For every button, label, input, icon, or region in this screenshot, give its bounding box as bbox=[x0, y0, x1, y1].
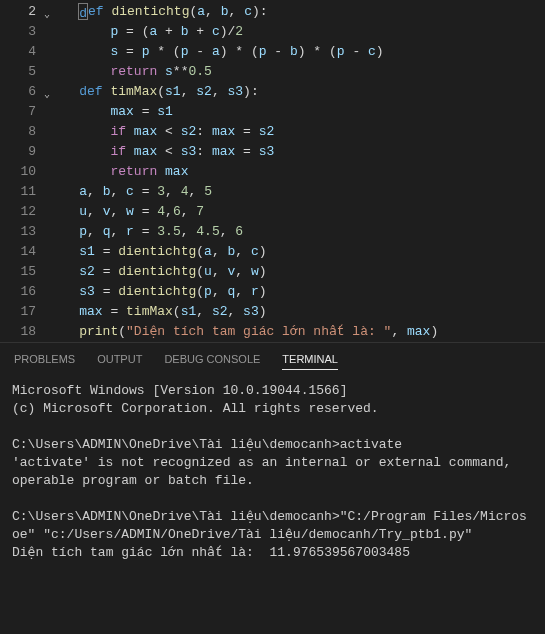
code-content[interactable]: s3 = dientichtg(p, q, r) bbox=[48, 282, 545, 302]
line-number: 13 bbox=[0, 222, 48, 242]
code-line[interactable]: 14 s1 = dientichtg(a, b, c) bbox=[0, 242, 545, 262]
line-number: 9 bbox=[0, 142, 48, 162]
line-number: 12 bbox=[0, 202, 48, 222]
code-line[interactable]: 6⌄ def timMax(s1, s2, s3): bbox=[0, 82, 545, 102]
code-content[interactable]: def timMax(s1, s2, s3): bbox=[48, 82, 545, 102]
code-line[interactable]: 15 s2 = dientichtg(u, v, w) bbox=[0, 262, 545, 282]
code-line[interactable]: 2⌄ def dientichtg(a, b, c): bbox=[0, 2, 545, 22]
code-line[interactable]: 11 a, b, c = 3, 4, 5 bbox=[0, 182, 545, 202]
line-number: 7 bbox=[0, 102, 48, 122]
code-content[interactable]: p, q, r = 3.5, 4.5, 6 bbox=[48, 222, 545, 242]
code-content[interactable]: return max bbox=[48, 162, 545, 182]
code-content[interactable]: u, v, w = 4,6, 7 bbox=[48, 202, 545, 222]
code-content[interactable]: s = p * (p - a) * (p - b) * (p - c) bbox=[48, 42, 545, 62]
code-content[interactable]: s1 = dientichtg(a, b, c) bbox=[48, 242, 545, 262]
code-content[interactable]: if max < s3: max = s3 bbox=[48, 142, 545, 162]
code-line[interactable]: 7 max = s1 bbox=[0, 102, 545, 122]
code-line[interactable]: 9 if max < s3: max = s3 bbox=[0, 142, 545, 162]
line-number: 4 bbox=[0, 42, 48, 62]
code-content[interactable]: max = s1 bbox=[48, 102, 545, 122]
line-number: 8 bbox=[0, 122, 48, 142]
code-line[interactable]: 8 if max < s2: max = s2 bbox=[0, 122, 545, 142]
code-line[interactable]: 5 return s**0.5 bbox=[0, 62, 545, 82]
line-number: 2⌄ bbox=[0, 2, 48, 22]
code-content[interactable]: a, b, c = 3, 4, 5 bbox=[48, 182, 545, 202]
code-content[interactable]: print("Diện tích tam giác lớn nhất là: "… bbox=[48, 322, 545, 342]
code-editor[interactable]: 2⌄ def dientichtg(a, b, c):3 p = (a + b … bbox=[0, 0, 545, 342]
line-number: 14 bbox=[0, 242, 48, 262]
code-line[interactable]: 16 s3 = dientichtg(p, q, r) bbox=[0, 282, 545, 302]
bottom-panel: PROBLEMSOUTPUTDEBUG CONSOLETERMINAL Micr… bbox=[0, 342, 545, 566]
code-content[interactable]: max = timMax(s1, s2, s3) bbox=[48, 302, 545, 322]
code-line[interactable]: 17 max = timMax(s1, s2, s3) bbox=[0, 302, 545, 322]
line-number: 5 bbox=[0, 62, 48, 82]
line-number: 6⌄ bbox=[0, 82, 48, 102]
panel-tab-debug-console[interactable]: DEBUG CONSOLE bbox=[164, 353, 260, 370]
panel-tab-terminal[interactable]: TERMINAL bbox=[282, 353, 338, 370]
line-number: 3 bbox=[0, 22, 48, 42]
line-number: 15 bbox=[0, 262, 48, 282]
code-content[interactable]: def dientichtg(a, b, c): bbox=[48, 2, 545, 22]
terminal-output[interactable]: Microsoft Windows [Version 10.0.19044.15… bbox=[10, 378, 535, 566]
code-content[interactable]: return s**0.5 bbox=[48, 62, 545, 82]
panel-tab-problems[interactable]: PROBLEMS bbox=[14, 353, 75, 370]
code-line[interactable]: 4 s = p * (p - a) * (p - b) * (p - c) bbox=[0, 42, 545, 62]
code-content[interactable]: s2 = dientichtg(u, v, w) bbox=[48, 262, 545, 282]
panel-tab-output[interactable]: OUTPUT bbox=[97, 353, 142, 370]
code-line[interactable]: 13 p, q, r = 3.5, 4.5, 6 bbox=[0, 222, 545, 242]
code-content[interactable]: p = (a + b + c)/2 bbox=[48, 22, 545, 42]
line-number: 11 bbox=[0, 182, 48, 202]
code-content[interactable]: if max < s2: max = s2 bbox=[48, 122, 545, 142]
line-number: 16 bbox=[0, 282, 48, 302]
code-line[interactable]: 3 p = (a + b + c)/2 bbox=[0, 22, 545, 42]
code-line[interactable]: 12 u, v, w = 4,6, 7 bbox=[0, 202, 545, 222]
line-number: 18 bbox=[0, 322, 48, 342]
line-number: 10 bbox=[0, 162, 48, 182]
code-line[interactable]: 10 return max bbox=[0, 162, 545, 182]
code-line[interactable]: 18 print("Diện tích tam giác lớn nhất là… bbox=[0, 322, 545, 342]
panel-tabs: PROBLEMSOUTPUTDEBUG CONSOLETERMINAL bbox=[10, 343, 535, 378]
line-number: 17 bbox=[0, 302, 48, 322]
